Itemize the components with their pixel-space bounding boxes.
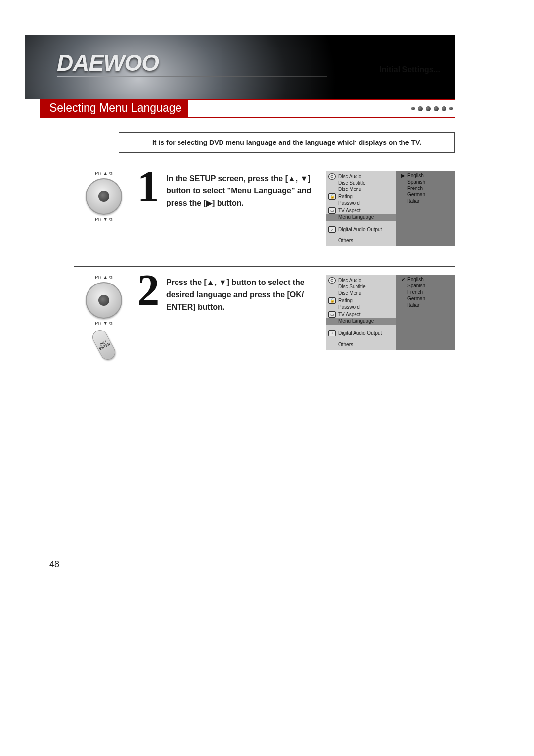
osd-item: TV Aspect <box>338 208 361 213</box>
selection-marker-icon: ▶ <box>401 173 407 178</box>
osd-item: Disc Menu <box>326 290 396 297</box>
breadcrumb: Initial Settings... <box>379 65 440 74</box>
dpad-icon <box>86 282 122 319</box>
osd-lang: Italian <box>407 198 421 204</box>
osd-item: Password <box>326 200 396 207</box>
osd-item: Others <box>326 238 396 244</box>
osd-lang: German <box>407 296 425 301</box>
remote-dpad-illustration: PR ▲ ⧉ PR ▼ ⧉ <box>74 171 134 222</box>
osd-lang: English <box>407 277 424 282</box>
arrow-symbols: ▲, ▼ <box>288 174 308 183</box>
osd-item: Disc Subtitle <box>326 284 396 290</box>
osd-item: Disc Subtitle <box>326 180 396 187</box>
header-banner: DAEWOO Initial Settings... <box>25 35 455 99</box>
brand-logo: DAEWOO <box>57 49 159 76</box>
osd-item: Rating <box>338 194 353 199</box>
remote-pr-down-label: PR ▼ ⧉ <box>95 217 112 222</box>
dpad-icon <box>86 178 122 215</box>
page-number: 48 <box>49 559 59 569</box>
selection-marker-icon: ✔ <box>401 277 407 282</box>
osd-lang: Spanish <box>407 179 425 185</box>
intro-text: It is for selecting DVD menu language an… <box>119 132 455 153</box>
osd-item: Others <box>326 342 396 348</box>
section-title: Selecting Menu Language <box>40 100 188 117</box>
step-1: PR ▲ ⧉ PR ▼ ⧉ 1 In the SETUP screen, pre… <box>74 171 455 246</box>
decorative-dots <box>411 106 455 111</box>
t: In the SETUP screen, press the [ <box>166 174 288 183</box>
step-instruction: Press the [▲, ▼] button to select the de… <box>163 275 326 313</box>
remote-pr-up-label: PR ▲ ⧉ <box>95 171 112 176</box>
osd-left-column: ⊙Disc Audio Disc Subtitle Disc Menu 🔒Rat… <box>326 275 396 350</box>
disc-icon: ⊙ <box>328 277 336 284</box>
osd-lang: Italian <box>407 302 421 308</box>
speaker-icon: ♪ <box>328 226 336 233</box>
osd-item-highlighted: Menu Language <box>326 318 396 325</box>
disc-icon: ⊙ <box>328 173 336 180</box>
t: Press the [ <box>166 278 207 286</box>
tv-icon: ▭ <box>328 207 336 214</box>
osd-item: Rating <box>338 298 353 303</box>
osd-item-highlighted: Menu Language <box>326 214 396 221</box>
osd-menu-screenshot: ⊙Disc Audio Disc Subtitle Disc Menu 🔒Rat… <box>326 171 455 246</box>
ok-enter-button-icon: OK / ENTER <box>90 328 118 363</box>
step-2: PR ▲ ⧉ PR ▼ ⧉ OK / ENTER 2 Press the [▲,… <box>74 266 455 361</box>
osd-item: Disc Audio <box>338 278 361 283</box>
osd-item: Disc Audio <box>338 174 361 179</box>
section-title-bar: Selecting Menu Language <box>40 99 455 118</box>
osd-right-column: ✔English Spanish French German Italian <box>396 275 455 350</box>
osd-lang: French <box>407 289 423 295</box>
osd-item: Password <box>326 304 396 311</box>
right-arrow-symbol: ▶ <box>206 199 212 207</box>
lock-icon: 🔒 <box>328 193 336 200</box>
osd-lang: French <box>407 186 423 191</box>
osd-item: Digital Audio Output <box>338 331 382 336</box>
remote-pr-down-label: PR ▼ ⧉ <box>95 321 112 326</box>
t: ] button. <box>212 199 244 207</box>
osd-menu-screenshot: ⊙Disc Audio Disc Subtitle Disc Menu 🔒Rat… <box>326 275 455 350</box>
step-number: 2 <box>134 273 163 308</box>
arrow-symbols: ▲, ▼ <box>207 278 227 286</box>
step-number: 1 <box>134 169 163 204</box>
osd-item: TV Aspect <box>338 312 361 317</box>
remote-pr-up-label: PR ▲ ⧉ <box>95 275 112 280</box>
osd-item: Digital Audio Output <box>338 227 382 232</box>
step-instruction: In the SETUP screen, press the [▲, ▼] bu… <box>163 171 326 209</box>
osd-right-column: ▶English Spanish French German Italian <box>396 171 455 246</box>
osd-lang: German <box>407 192 425 197</box>
osd-item: Disc Menu <box>326 187 396 193</box>
osd-lang: Spanish <box>407 283 425 288</box>
osd-left-column: ⊙Disc Audio Disc Subtitle Disc Menu 🔒Rat… <box>326 171 396 246</box>
speaker-icon: ♪ <box>328 330 336 336</box>
osd-lang: English <box>407 173 424 178</box>
remote-dpad-ok-illustration: PR ▲ ⧉ PR ▼ ⧉ OK / ENTER <box>74 275 134 361</box>
tv-icon: ▭ <box>328 311 336 318</box>
lock-icon: 🔒 <box>328 297 336 304</box>
